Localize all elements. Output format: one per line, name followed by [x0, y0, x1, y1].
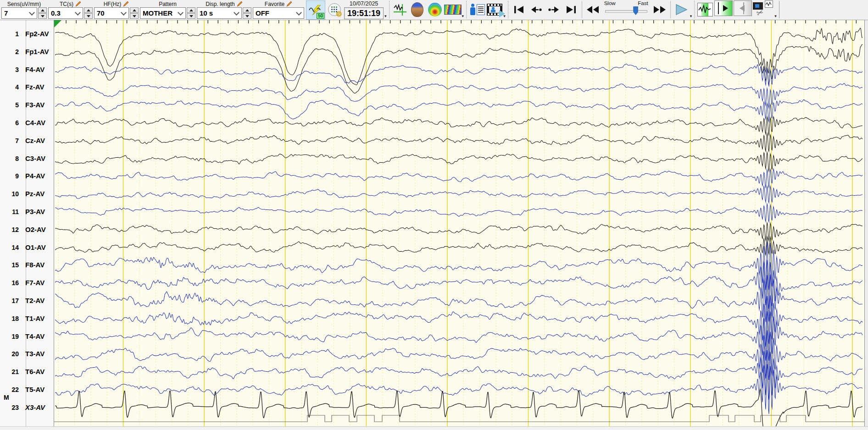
- channel-row-cz-av[interactable]: 7Cz-AV: [0, 136, 54, 145]
- channel-number: 15: [0, 260, 22, 270]
- patient-info-button[interactable]: [469, 0, 485, 19]
- sensitivity-down-button[interactable]: [38, 13, 47, 19]
- event-marker-button[interactable]: [392, 0, 408, 19]
- channel-row-fp1-av[interactable]: 2Fp1-AV: [0, 47, 54, 56]
- montage-settings-button[interactable]: ⚙: [326, 0, 343, 19]
- channel-row-o1-av[interactable]: 14O1-AV: [0, 243, 54, 252]
- slider-thumb[interactable]: [633, 6, 638, 15]
- slow-label: Slow: [604, 0, 616, 6]
- hf-select[interactable]: 70: [94, 7, 129, 19]
- channel-row-t1-av[interactable]: 18T1-AV: [0, 314, 54, 323]
- sensitivity-select[interactable]: 7: [1, 7, 37, 19]
- channel-row-pz-av[interactable]: 10Pz-AV: [0, 189, 54, 198]
- video-playback-button[interactable]: [486, 0, 503, 19]
- display-length-label: Disp. length: [206, 1, 234, 7]
- channel-row-f3-av[interactable]: 5F3-AV: [0, 100, 54, 110]
- channel-row-f8-av[interactable]: 15F8-AV: [0, 260, 54, 270]
- tc-down-button[interactable]: [84, 13, 93, 19]
- channel-row-c4-av[interactable]: 6C4-AV: [0, 118, 54, 127]
- analysis-dropdown-arrow[interactable]: ▾: [462, 14, 464, 18]
- channel-number: 20: [0, 349, 22, 358]
- play-right-icon: [723, 5, 728, 11]
- up-arrow-icon: [41, 9, 45, 11]
- edit-pencil-icon[interactable]: [236, 1, 243, 7]
- dsa-trend-button[interactable]: [444, 0, 462, 19]
- hf-up-button[interactable]: [130, 7, 139, 13]
- channel-label: P3-AV: [22, 207, 45, 216]
- channel-row-t5-av[interactable]: 22T5-AV: [0, 385, 54, 394]
- chevron-down-icon: [121, 10, 127, 16]
- bar-icon: [718, 2, 719, 14]
- play-dropdown-arrow[interactable]: ▾: [690, 14, 692, 18]
- skip-to-start-button[interactable]: [511, 0, 527, 19]
- datetime-dropdown-arrow[interactable]: ▾: [384, 14, 387, 18]
- down-arrow-icon: [189, 15, 193, 17]
- eeg-waveform-canvas[interactable]: [54, 20, 864, 426]
- channel-number: 16: [0, 278, 22, 287]
- channel-number: 8: [0, 154, 22, 163]
- edit-pencil-icon[interactable]: [75, 1, 81, 7]
- channel-row-p4-av[interactable]: 9P4-AV: [0, 171, 54, 181]
- step-forward-icon: [547, 5, 561, 15]
- step-back-button[interactable]: [528, 0, 545, 19]
- display-length-up-button[interactable]: [243, 7, 251, 13]
- play-button[interactable]: [673, 0, 690, 19]
- skip-to-end-button[interactable]: [563, 0, 579, 19]
- channel-number: 19: [0, 332, 22, 341]
- channel-row-p3-av[interactable]: 11P3-AV: [0, 207, 54, 216]
- topo-map-icon: [428, 3, 442, 17]
- auto-play-forward-button[interactable]: [714, 0, 733, 16]
- channel-label: X3-AV: [22, 403, 45, 412]
- channel-row-t4-av[interactable]: 19T4-AV: [0, 332, 54, 341]
- review-screen-button[interactable]: [697, 0, 713, 19]
- pattern-up-button[interactable]: [187, 7, 195, 13]
- channel-row-x3-av[interactable]: 23X3-AV: [0, 403, 54, 412]
- edit-pencil-icon[interactable]: [122, 1, 129, 7]
- channel-number: 3: [0, 65, 22, 74]
- channel-row-c3-av[interactable]: 8C3-AV: [0, 154, 54, 163]
- channel-row-t3-av[interactable]: 20T3-AV: [0, 349, 54, 358]
- channel-row-t2-av[interactable]: 17T2-AV: [0, 296, 54, 305]
- channel-label: C3-AV: [22, 154, 45, 163]
- display-length-down-button[interactable]: [243, 13, 251, 19]
- notch-filter-button[interactable]: 50: [306, 0, 325, 20]
- play-wedge-icon: [499, 10, 505, 17]
- video-clip-button[interactable]: ✂: [753, 0, 774, 16]
- pattern-select[interactable]: MOTHER: [140, 7, 186, 19]
- head-3d-icon: [411, 2, 423, 17]
- display-length-select[interactable]: 10 s: [197, 7, 242, 19]
- chevron-down-icon: [296, 10, 302, 16]
- hf-down-button[interactable]: [130, 13, 139, 19]
- favorite-group: Favorite OFF: [253, 0, 304, 19]
- channel-number: 2: [0, 47, 22, 56]
- channel-label: O1-AV: [22, 243, 46, 252]
- edit-pencil-icon[interactable]: [286, 1, 292, 7]
- step-forward-button[interactable]: [545, 0, 562, 19]
- tc-group: TC(s) 0.3: [48, 0, 93, 19]
- favorite-select[interactable]: OFF: [253, 7, 304, 19]
- channel-row-fz-av[interactable]: 4Fz-AV: [0, 83, 54, 92]
- sensitivity-up-button[interactable]: [38, 7, 47, 13]
- topography-button[interactable]: [427, 0, 443, 19]
- channel-row-f7-av[interactable]: 16F7-AV: [0, 278, 54, 287]
- speed-slider: Slow Fast: [603, 0, 649, 18]
- head-3d-button[interactable]: [409, 0, 426, 19]
- rewind-button[interactable]: [584, 0, 601, 19]
- auto-play-backward-button[interactable]: [734, 0, 752, 16]
- tc-select[interactable]: 0.3: [48, 7, 83, 19]
- slider-track[interactable]: [605, 10, 647, 13]
- horizontal-scrollbar[interactable]: [0, 426, 868, 430]
- channel-row-t6-av[interactable]: 21T6-AV: [0, 367, 54, 376]
- marker-row-label: M: [4, 394, 9, 401]
- clip-dropdown-arrow[interactable]: ▾: [774, 14, 777, 18]
- tc-up-button[interactable]: [84, 7, 93, 13]
- channel-row-f4-av[interactable]: 3F4-AV: [0, 65, 54, 74]
- channel-row-fp2-av[interactable]: 1Fp2-AV: [0, 29, 54, 39]
- fast-forward-button[interactable]: [651, 0, 668, 19]
- pattern-down-button[interactable]: [187, 13, 195, 19]
- chevron-down-icon: [234, 10, 239, 16]
- separator: [779, 1, 779, 18]
- channel-row-o2-av[interactable]: 12O2-AV: [0, 225, 54, 234]
- time-display[interactable]: 19:51:19: [344, 7, 384, 19]
- channel-label: Fz-AV: [22, 83, 44, 92]
